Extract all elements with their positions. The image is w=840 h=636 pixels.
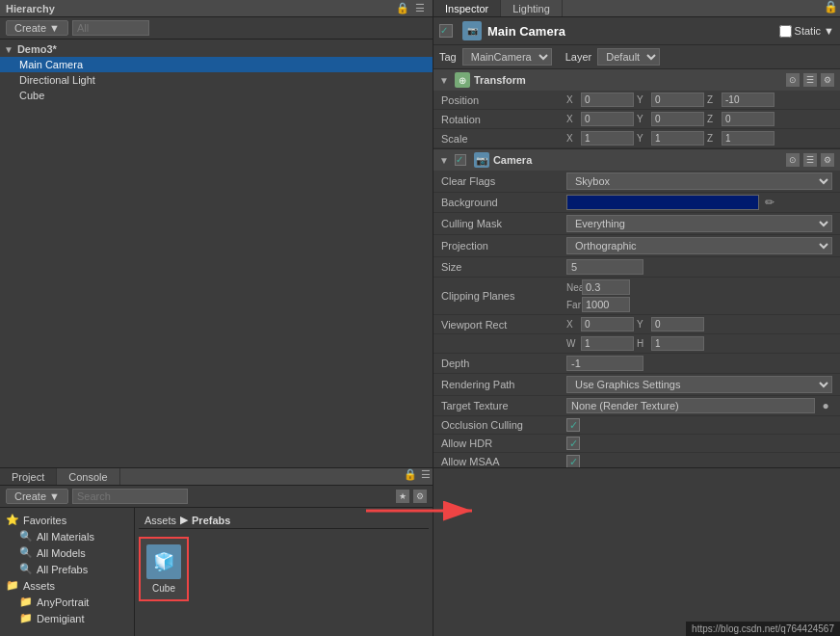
- far-label: Far: [566, 300, 578, 310]
- hierarchy-create-button[interactable]: Create ▼: [6, 20, 68, 36]
- vp-w-input[interactable]: [581, 336, 634, 351]
- sidebar-item-all-materials[interactable]: 🔍 All Materials: [0, 528, 134, 544]
- project-lock-icon[interactable]: 🔒: [402, 468, 419, 485]
- vp-y-input[interactable]: [651, 317, 704, 331]
- tab-inspector[interactable]: Inspector: [433, 0, 501, 16]
- rot-z-label: Z: [707, 114, 719, 124]
- target-texture-input[interactable]: [566, 398, 815, 413]
- culling-mask-dropdown[interactable]: Everything: [566, 215, 832, 232]
- sidebar-item-anyportrait[interactable]: 📁 AnyPortrait: [0, 594, 134, 610]
- main-camera-label: Main Camera: [19, 59, 83, 70]
- pos-x-input[interactable]: [581, 93, 634, 107]
- hierarchy-item-directional-light[interactable]: Directional Light: [0, 72, 433, 88]
- transform-icon3[interactable]: ⚙: [821, 73, 834, 87]
- clip-far-line: Far: [566, 297, 832, 312]
- camera-section: ▼ 📷 Camera ⊙ ☰ ⚙ Clear Flags: [433, 149, 840, 467]
- scl-y-input[interactable]: [651, 131, 704, 146]
- allow-msaa-label: Allow MSAA: [441, 456, 566, 467]
- occlusion-culling-row: Occlusion Culling ✓: [433, 416, 840, 435]
- project-settings-icon[interactable]: ⚙: [413, 490, 427, 503]
- allow-hdr-checkbox[interactable]: ✓: [566, 437, 580, 450]
- occlusion-checkbox[interactable]: ✓: [566, 418, 580, 432]
- project-create-button[interactable]: Create ▼: [6, 489, 68, 504]
- object-icon: 📷: [462, 21, 482, 40]
- sidebar-item-all-prefabs[interactable]: 🔍 All Prefabs: [0, 561, 134, 577]
- camera-enabled-checkbox[interactable]: [455, 154, 466, 166]
- occlusion-value: ✓: [566, 418, 832, 432]
- static-checkbox[interactable]: [779, 25, 792, 38]
- transform-header[interactable]: ▼ ⊕ Transform ⊙ ☰ ⚙: [433, 69, 840, 91]
- rendering-path-dropdown[interactable]: Use Graphics Settings: [566, 376, 832, 393]
- background-edit-icon[interactable]: ✏: [763, 196, 776, 209]
- hierarchy-item-main-camera[interactable]: Main Camera: [0, 57, 433, 72]
- pos-z-input[interactable]: [722, 93, 774, 107]
- hierarchy-header-icons: 🔒 ☰: [394, 2, 427, 14]
- sidebar-item-favorites[interactable]: ⭐ Favorites: [0, 512, 134, 528]
- size-label: Size: [441, 261, 566, 273]
- pos-y-input[interactable]: [651, 93, 704, 107]
- scale-label: Scale: [441, 133, 566, 145]
- vp-x-input[interactable]: [581, 317, 634, 331]
- near-label: Near: [566, 282, 578, 293]
- layer-dropdown[interactable]: Default: [597, 48, 660, 66]
- object-active-checkbox[interactable]: [439, 24, 453, 38]
- depth-input[interactable]: [566, 356, 643, 371]
- vp-h-input[interactable]: [651, 336, 704, 351]
- scl-z-input[interactable]: [722, 131, 774, 146]
- size-value: [566, 259, 832, 275]
- project-search-input[interactable]: [72, 489, 188, 504]
- rendering-path-value: Use Graphics Settings: [566, 376, 832, 393]
- transform-icon2[interactable]: ☰: [803, 73, 817, 87]
- rot-y-input[interactable]: [651, 112, 704, 126]
- camera-icon2[interactable]: ☰: [803, 153, 817, 167]
- projection-dropdown[interactable]: Orthographic: [566, 237, 832, 254]
- culling-mask-label: Culling Mask: [441, 218, 566, 229]
- rot-z-input[interactable]: [722, 112, 774, 126]
- camera-icon1[interactable]: ⊙: [786, 153, 800, 167]
- sidebar-item-demigiant[interactable]: 📁 Demigiant: [0, 610, 134, 626]
- hierarchy-item-cube[interactable]: Cube: [0, 88, 433, 103]
- tab-project[interactable]: Project: [0, 468, 57, 485]
- tag-dropdown[interactable]: MainCamera: [462, 48, 552, 66]
- hierarchy-toolbar: Create ▼: [0, 17, 433, 40]
- camera-header[interactable]: ▼ 📷 Camera ⊙ ☰ ⚙: [433, 149, 840, 171]
- sidebar-item-assets[interactable]: 📁 Assets: [0, 577, 134, 594]
- background-color-swatch[interactable]: [566, 195, 759, 210]
- scl-x-input[interactable]: [581, 131, 634, 146]
- camera-icon3[interactable]: ⚙: [821, 153, 834, 167]
- tab-console[interactable]: Console: [57, 468, 119, 485]
- depth-row: Depth: [433, 354, 840, 374]
- project-menu-icon[interactable]: ☰: [419, 468, 433, 485]
- projection-label: Projection: [441, 240, 566, 252]
- allow-msaa-checkbox[interactable]: ✓: [566, 455, 580, 467]
- allow-hdr-row: Allow HDR ✓: [433, 435, 840, 453]
- scene-root-item[interactable]: ▼ Demo3*: [0, 41, 433, 57]
- sidebar-item-all-models[interactable]: 🔍 All Models: [0, 544, 134, 561]
- allow-msaa-value: ✓: [566, 455, 832, 467]
- inspector-lock-icon[interactable]: 🔒: [822, 0, 840, 16]
- scl-x-label: X: [566, 133, 578, 144]
- pos-z-label: Z: [707, 94, 719, 105]
- viewport-rect-row: Viewport Rect X Y: [433, 315, 840, 334]
- tab-lighting[interactable]: Lighting: [501, 0, 563, 16]
- project-favorites-icon[interactable]: ★: [396, 490, 409, 503]
- transform-icon1[interactable]: ⊙: [786, 73, 800, 87]
- hierarchy-menu-icon[interactable]: ☰: [413, 2, 427, 14]
- clear-flags-dropdown[interactable]: Skybox: [566, 172, 832, 190]
- breadcrumb-assets[interactable]: Assets: [144, 515, 176, 526]
- tab-inspector-label: Inspector: [445, 3, 488, 14]
- breadcrumb-prefabs[interactable]: Prefabs: [192, 515, 230, 526]
- hierarchy-lock-icon[interactable]: 🔒: [394, 2, 411, 14]
- near-input[interactable]: [582, 279, 630, 295]
- scale-values: X Y Z: [566, 131, 832, 146]
- rot-x-input[interactable]: [581, 112, 634, 126]
- pos-y-label: Y: [637, 94, 648, 105]
- static-dropdown-icon[interactable]: ▼: [824, 25, 834, 37]
- target-texture-dot-icon[interactable]: ●: [819, 399, 832, 412]
- size-input[interactable]: [566, 259, 643, 275]
- hierarchy-search-input[interactable]: [72, 20, 149, 36]
- cube-label: Cube: [19, 90, 44, 101]
- scene-root-label: Demo3*: [17, 43, 57, 55]
- prefab-item-cube[interactable]: 🧊 Cube: [139, 537, 189, 601]
- far-input[interactable]: [582, 297, 630, 312]
